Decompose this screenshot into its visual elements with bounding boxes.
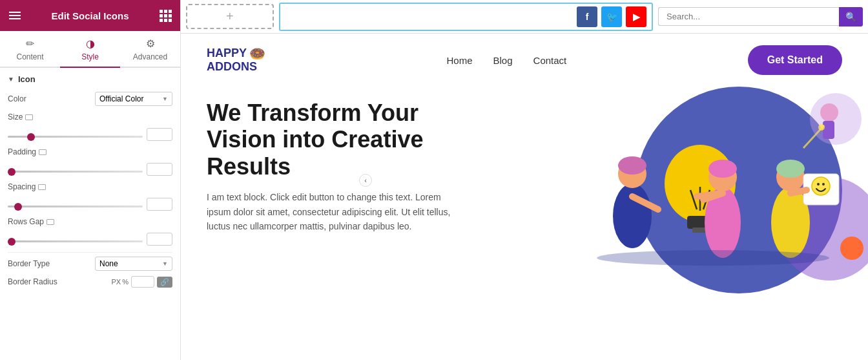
panel-content: ▼ Icon Color Official Color ▼ Size (0, 68, 180, 299)
facebook-icon: f (586, 12, 589, 22)
tab-content[interactable]: ✏ Content (0, 31, 60, 68)
size-field-row: Size (8, 112, 172, 122)
tab-content-label: Content (16, 52, 43, 61)
padding-field-row: Padding (8, 147, 172, 156)
search-button[interactable]: 🔍 (839, 7, 863, 26)
style-tab-icon: ◑ (86, 37, 95, 50)
youtube-icon: ▶ (633, 12, 640, 22)
social-icons-bar: f 🐦 ▶ (279, 3, 653, 31)
logo: HAPPY 🍩 ADDONS (207, 47, 265, 74)
border-type-value: None (99, 259, 118, 268)
rows-gap-responsive-icon (46, 219, 54, 225)
twitter-icon-button[interactable]: 🐦 (601, 6, 622, 27)
logo-happy: HAPPY (207, 47, 247, 60)
svg-point-6 (618, 156, 646, 175)
left-panel: Edit Social Icons ✏ Content ◑ Style ⚙ Ad… (0, 0, 181, 360)
svg-point-21 (776, 160, 805, 178)
social-icon-input[interactable] (285, 12, 573, 22)
padding-slider-row: 0 (8, 163, 172, 176)
tabs-row: ✏ Content ◑ Style ⚙ Advanced (0, 31, 180, 68)
tab-style-label: Style (81, 52, 99, 61)
svg-point-25 (822, 183, 825, 185)
border-type-arrow-icon: ▼ (162, 260, 168, 267)
svg-point-23 (812, 177, 830, 195)
svg-line-26 (790, 190, 807, 193)
padding-slider-wrap (8, 164, 143, 175)
br-input-1[interactable] (131, 276, 154, 288)
color-dropdown-value: Official Color (99, 94, 143, 103)
facebook-icon-button[interactable]: f (577, 6, 597, 27)
panel-collapse-arrow[interactable]: ‹ (359, 174, 372, 187)
size-value-input[interactable]: 15 (147, 128, 172, 141)
svg-point-2 (810, 93, 862, 145)
content-tab-icon: ✏ (26, 37, 34, 50)
color-label: Color (8, 94, 26, 103)
spacing-slider[interactable] (8, 206, 143, 207)
rows-gap-value-input[interactable]: 0 (147, 233, 172, 246)
rows-gap-slider-wrap (8, 233, 143, 245)
border-radius-row: Border Radius PX % 🔗 (8, 276, 172, 288)
spacing-field-row: Spacing (8, 182, 172, 191)
padding-slider[interactable] (8, 171, 143, 173)
search-input[interactable] (658, 7, 839, 26)
search-icon: 🔍 (845, 12, 856, 22)
toolbar: + f 🐦 ▶ 🔍 (181, 0, 868, 34)
border-type-dropdown[interactable]: None ▼ (95, 257, 172, 271)
svg-point-27 (820, 103, 838, 122)
youtube-icon-button[interactable]: ▶ (626, 6, 646, 27)
logo-addons: ADDONS (207, 61, 265, 74)
panel-title: Edit Social Icons (51, 10, 129, 21)
border-radius-label: Border Radius (8, 277, 57, 286)
icon-section-header[interactable]: ▼ Icon (8, 74, 172, 84)
svg-point-31 (597, 250, 829, 266)
spacing-label: Spacing (8, 182, 46, 191)
search-bar: 🔍 (658, 7, 863, 26)
size-slider[interactable] (8, 136, 143, 138)
color-field-row: Color Official Color ▼ (8, 92, 172, 106)
rows-gap-slider[interactable] (8, 240, 143, 242)
size-slider-row: 15 (8, 128, 172, 141)
spacing-responsive-icon (38, 184, 46, 190)
hero-illustration (532, 48, 868, 293)
svg-point-30 (818, 124, 825, 131)
tab-advanced-label: Advanced (133, 52, 167, 61)
divider (8, 252, 172, 253)
br-unit-toggle: PX % (112, 278, 129, 286)
padding-responsive-icon (39, 149, 46, 155)
logo-emoji-icon: 🍩 (249, 47, 265, 61)
hero-title: We Transform Your Vision into Creative R… (207, 100, 465, 180)
spacing-slider-wrap (8, 198, 143, 210)
section-arrow-icon: ▼ (8, 76, 14, 83)
add-widget-button[interactable]: + (186, 4, 274, 29)
twitter-icon: 🐦 (606, 12, 617, 22)
nav-link-blog[interactable]: Blog (493, 55, 513, 66)
border-radius-inputs: PX % 🔗 (112, 276, 172, 288)
canvas: HAPPY 🍩 ADDONS Home Blog Contact Get Sta… (181, 34, 868, 360)
grid-icon[interactable] (160, 10, 171, 22)
hamburger-icon[interactable] (9, 12, 21, 19)
br-link-button[interactable]: 🔗 (157, 277, 172, 288)
color-dropdown[interactable]: Official Color ▼ (95, 92, 172, 106)
svg-point-3 (840, 237, 863, 260)
svg-point-16 (708, 160, 737, 178)
br-px-unit[interactable]: PX (112, 278, 121, 286)
svg-point-24 (817, 183, 820, 185)
padding-value-input[interactable]: 0 (147, 163, 172, 176)
rows-gap-field-row: Rows Gap (8, 217, 172, 226)
border-type-label: Border Type (8, 259, 50, 268)
padding-label: Padding (8, 147, 46, 156)
nav-link-home[interactable]: Home (447, 55, 473, 66)
spacing-value-input[interactable]: 5 (147, 198, 172, 211)
tab-style[interactable]: ◑ Style (60, 31, 120, 68)
border-type-row: Border Type None ▼ (8, 257, 172, 271)
svg-rect-28 (823, 121, 834, 139)
icon-section-title: Icon (18, 74, 36, 84)
spacing-slider-row: 5 (8, 198, 172, 211)
tab-advanced[interactable]: ⚙ Advanced (120, 31, 180, 68)
color-dropdown-arrow-icon: ▼ (162, 96, 168, 102)
size-slider-wrap (8, 129, 143, 140)
size-label: Size (8, 112, 33, 122)
svg-line-18 (697, 193, 723, 196)
br-percent-unit[interactable]: % (122, 278, 129, 286)
hero-section: We Transform Your Vision into Creative R… (181, 87, 868, 246)
